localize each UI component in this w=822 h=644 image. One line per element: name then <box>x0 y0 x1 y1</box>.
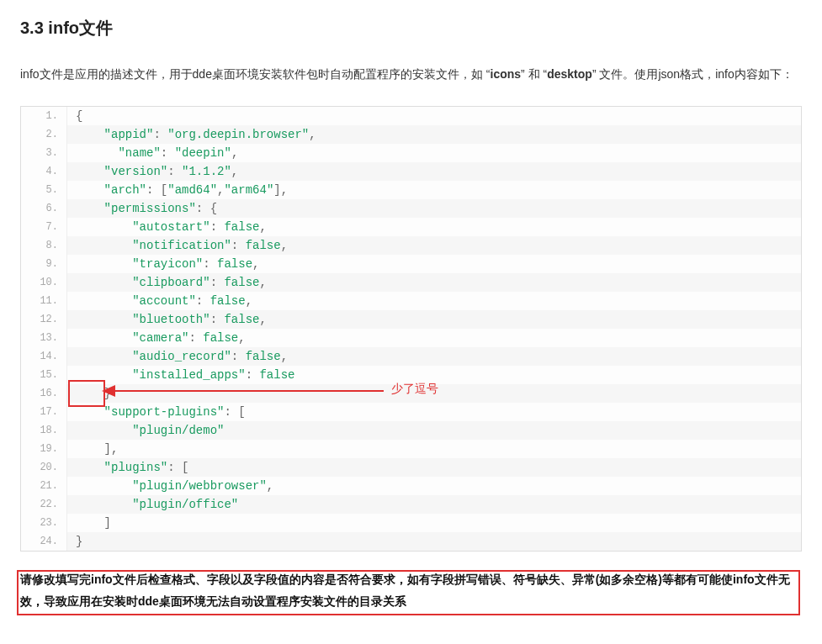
line-content: "autostart": false, <box>67 218 801 236</box>
code-line: 12. "bluetooth": false, <box>21 310 801 329</box>
footer-text-1: 请修改填写完info文件后检查格式、字段以及字段值的内容是否符合要求， <box>20 573 407 586</box>
code-line: 4. "version": "1.1.2", <box>21 162 801 181</box>
code-line: 3. "name": "deepin", <box>21 144 801 162</box>
line-number: 2. <box>21 125 67 144</box>
section-title: 3.3 info文件 <box>20 17 802 40</box>
footer-paragraph: 请修改填写完info文件后检查格式、字段以及字段值的内容是否符合要求，如有字段拼… <box>20 568 802 613</box>
line-number: 16. <box>21 384 67 403</box>
line-content: { <box>67 107 801 125</box>
line-content: "bluetooth": false, <box>67 310 801 329</box>
code-line: 21. "plugin/webbrowser", <box>21 477 801 495</box>
code-line: 19. ], <box>21 440 801 458</box>
line-number: 12. <box>21 310 67 329</box>
code-line: 1.{ <box>21 107 801 125</box>
annotation-label: 少了逗号 <box>391 382 438 397</box>
line-content: "plugin/webbrowser", <box>67 477 801 495</box>
line-number: 6. <box>21 199 67 218</box>
line-content: "version": "1.1.2", <box>67 162 801 181</box>
line-number: 7. <box>21 218 67 236</box>
intro-and: 和 <box>528 67 540 81</box>
code-line: 20. "plugins": [ <box>21 458 801 477</box>
code-line: 10. "clipboard": false, <box>21 273 801 292</box>
line-number: 20. <box>21 458 67 477</box>
line-number: 24. <box>21 532 67 551</box>
line-number: 1. <box>21 107 67 125</box>
line-number: 19. <box>21 440 67 458</box>
code-line: 8. "notification": false, <box>21 236 801 255</box>
line-number: 3. <box>21 144 67 162</box>
line-number: 15. <box>21 366 67 384</box>
line-number: 18. <box>21 421 67 440</box>
line-number: 4. <box>21 162 67 181</box>
line-content: "plugins": [ <box>67 458 801 477</box>
intro-text-3: 文件。使用json格式，info内容如下： <box>599 67 793 81</box>
code-line: 24.} <box>21 532 801 551</box>
code-block: 1.{2. "appid": "org.deepin.browser",3. "… <box>20 106 802 552</box>
line-content: "plugin/demo" <box>67 421 801 440</box>
code-line: 9. "trayicon": false, <box>21 255 801 273</box>
intro-paragraph: info文件是应用的描述文件，用于dde桌面环境安装软件包时自动配置程序的安装文… <box>20 63 802 86</box>
line-number: 10. <box>21 273 67 292</box>
code-line: 17. "support-plugins": [ <box>21 403 801 421</box>
line-content: "notification": false, <box>67 236 801 255</box>
line-content: } <box>67 532 801 551</box>
code-line: 7. "autostart": false, <box>21 218 801 236</box>
line-content: "plugin/office" <box>67 495 801 514</box>
line-content: "appid": "org.deepin.browser", <box>67 125 801 144</box>
line-content: "account": false, <box>67 292 801 310</box>
code-line: 14. "audio_record": false, <box>21 347 801 366</box>
intro-bold-icons: icons <box>491 67 522 81</box>
line-number: 21. <box>21 477 67 495</box>
code-line: 2. "appid": "org.deepin.browser", <box>21 125 801 144</box>
line-number: 9. <box>21 255 67 273</box>
line-content: "trayicon": false, <box>67 255 801 273</box>
line-content: ], <box>67 440 801 458</box>
code-line: 5. "arch": ["amd64","arm64"], <box>21 181 801 199</box>
line-number: 11. <box>21 292 67 310</box>
line-content: "arch": ["amd64","arm64"], <box>67 181 801 199</box>
line-content: ] <box>67 514 801 532</box>
quote-close: ” <box>592 67 597 81</box>
line-content: "audio_record": false, <box>67 347 801 366</box>
code-line: 18. "plugin/demo" <box>21 421 801 440</box>
line-number: 8. <box>21 236 67 255</box>
line-number: 5. <box>21 181 67 199</box>
line-number: 17. <box>21 403 67 421</box>
line-content: "support-plugins": [ <box>67 403 801 421</box>
line-content: "camera": false, <box>67 329 801 347</box>
line-number: 13. <box>21 329 67 347</box>
line-number: 14. <box>21 347 67 366</box>
intro-text-1: info文件是应用的描述文件，用于dde桌面环境安装软件包时自动配置程序的安装文… <box>20 67 483 81</box>
code-line: 11. "account": false, <box>21 292 801 310</box>
line-number: 23. <box>21 514 67 532</box>
code-line: 6. "permissions": { <box>21 199 801 218</box>
line-number: 22. <box>21 495 67 514</box>
line-content: "permissions": { <box>67 199 801 218</box>
code-line: 22. "plugin/office" <box>21 495 801 514</box>
intro-bold-desktop: desktop <box>547 67 592 81</box>
line-content: "name": "deepin", <box>67 144 801 162</box>
code-line: 13. "camera": false, <box>21 329 801 347</box>
quote-close: ” <box>521 67 525 81</box>
code-line: 23. ] <box>21 514 801 532</box>
line-content: "clipboard": false, <box>67 273 801 292</box>
